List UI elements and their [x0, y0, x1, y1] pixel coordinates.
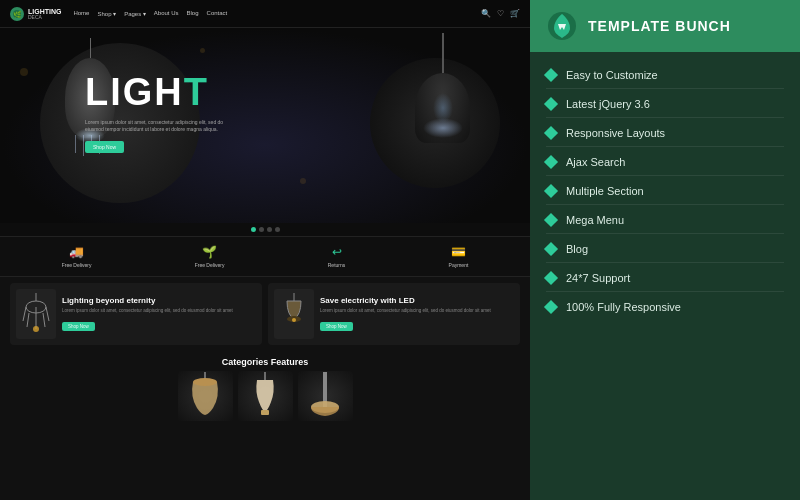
feature-text-7: 24*7 Support [566, 272, 630, 284]
hero-section: LIGHT Lorem ipsum dolor sit amet, consec… [0, 28, 530, 223]
diamond-icon-2 [544, 126, 558, 140]
svg-line-4 [23, 307, 26, 321]
cat-img-3 [298, 371, 353, 421]
bokeh-2 [200, 48, 205, 53]
feature-row-6: Blog [546, 236, 784, 263]
feature-free-delivery-2: 🌱 Free Delivery [195, 245, 225, 268]
product-desc-1: Lorem ipsum dolor sit amet, consectetur … [62, 308, 256, 314]
product-img-1 [16, 289, 56, 339]
features-bar: 🚚 Free Delivery 🌱 Free Delivery ↩ Return… [0, 236, 530, 277]
feature-row-2: Responsive Layouts [546, 120, 784, 147]
plant-icon: 🌱 [202, 245, 217, 259]
nav-contact[interactable]: Contact [207, 10, 228, 17]
dot-1[interactable] [251, 227, 256, 232]
logo-icon: 🌿 [10, 7, 24, 21]
product-info-2: Save electricity with LED Lorem ipsum do… [320, 296, 514, 332]
feature-row-5: Mega Menu [546, 207, 784, 234]
bokeh-3 [300, 178, 306, 184]
brand-header: TEMPLATE BUNCH [530, 0, 800, 52]
hero-lamp-right [415, 33, 470, 143]
diamond-icon-8 [544, 300, 558, 314]
svg-text:🌿: 🌿 [13, 10, 22, 19]
svg-line-5 [46, 307, 49, 321]
feature-text-3: Ajax Search [566, 156, 625, 168]
feature-label-4: Payment [449, 262, 469, 268]
logo: 🌿 LIGHTING DECA [10, 7, 61, 21]
product-card-2: Save electricity with LED Lorem ipsum do… [268, 283, 520, 345]
hero-cta-button[interactable]: Shop Now [85, 141, 124, 153]
feature-label-2: Free Delivery [195, 262, 225, 268]
product-btn-1[interactable]: Shop Now [62, 322, 95, 331]
hero-dots [0, 223, 530, 236]
feature-row-3: Ajax Search [546, 149, 784, 176]
category-item-1[interactable] [178, 371, 233, 421]
wishlist-icon[interactable]: ♡ [497, 9, 504, 18]
categories-section: Categories Features [0, 351, 530, 425]
truck-icon: 🚚 [69, 245, 84, 259]
right-panel: TEMPLATE BUNCH Easy to Customize Latest … [530, 0, 800, 500]
product-img-2 [274, 289, 314, 339]
dot-4[interactable] [275, 227, 280, 232]
categories-grid [10, 371, 520, 421]
payment-icon: 💳 [451, 245, 466, 259]
nav-links: Home Shop ▾ Pages ▾ About Us Blog Contac… [73, 10, 481, 17]
product-desc-2: Lorem ipsum dolor sit amet, consectetur … [320, 308, 514, 314]
feature-row-7: 24*7 Support [546, 265, 784, 292]
diamond-icon-7 [544, 271, 558, 285]
feature-text-1: Latest jQuery 3.6 [566, 98, 650, 110]
svg-point-12 [292, 318, 296, 322]
nav-about[interactable]: About Us [154, 10, 179, 17]
diamond-icon-3 [544, 155, 558, 169]
hero-title-part1: LIGH [85, 71, 184, 113]
brand-name: TEMPLATE BUNCH [588, 18, 731, 34]
hero-text: LIGHT Lorem ipsum dolor sit amet, consec… [85, 73, 225, 153]
categories-title: Categories Features [10, 357, 520, 367]
features-list: Easy to Customize Latest jQuery 3.6 Resp… [530, 52, 800, 500]
feature-free-delivery-1: 🚚 Free Delivery [62, 245, 92, 268]
feature-row-1: Latest jQuery 3.6 [546, 91, 784, 118]
category-item-2[interactable] [238, 371, 293, 421]
nav-shop[interactable]: Shop ▾ [97, 10, 116, 17]
diamond-icon-1 [544, 97, 558, 111]
diamond-icon-4 [544, 184, 558, 198]
feature-row-4: Multiple Section [546, 178, 784, 205]
nav-home[interactable]: Home [73, 10, 89, 17]
product-title-2: Save electricity with LED [320, 296, 514, 306]
nav-blog[interactable]: Blog [187, 10, 199, 17]
svg-point-9 [33, 326, 39, 332]
dot-2[interactable] [259, 227, 264, 232]
nav-icons: 🔍 ♡ 🛒 [481, 9, 520, 18]
product-btn-2[interactable]: Shop Now [320, 322, 353, 331]
lamp-inner-glow [433, 93, 453, 123]
svg-point-14 [193, 378, 217, 386]
diamond-icon-0 [544, 68, 558, 82]
feature-row-8: 100% Fully Responsive [546, 294, 784, 320]
hero-title-part2: T [184, 71, 209, 113]
category-item-3[interactable] [298, 371, 353, 421]
chandelier-wire [90, 38, 91, 58]
nav-pages[interactable]: Pages ▾ [124, 10, 146, 17]
feature-text-5: Mega Menu [566, 214, 624, 226]
cart-icon[interactable]: 🛒 [510, 9, 520, 18]
feature-label-3: Returns [328, 262, 346, 268]
search-icon[interactable]: 🔍 [481, 9, 491, 18]
svg-rect-16 [261, 410, 269, 415]
product-info-1: Lighting beyond eternity Lorem ipsum dol… [62, 296, 256, 332]
svg-line-7 [43, 313, 45, 327]
product-cards-row: Lighting beyond eternity Lorem ipsum dol… [0, 277, 530, 351]
dot-3[interactable] [267, 227, 272, 232]
navbar: 🌿 LIGHTING DECA Home Shop ▾ Pages ▾ Abou… [0, 0, 530, 28]
crystal-1 [75, 135, 76, 153]
return-icon: ↩ [332, 245, 342, 259]
hero-subtitle: Lorem ipsum dolor sit amet, consectetur … [85, 119, 225, 133]
brand-logo-icon [546, 10, 578, 42]
feature-text-0: Easy to Customize [566, 69, 658, 81]
svg-line-6 [27, 313, 29, 327]
crystal-2 [83, 135, 84, 156]
logo-text-sub: DECA [28, 15, 61, 20]
feature-payment: 💳 Payment [449, 245, 469, 268]
feature-row-0: Easy to Customize [546, 62, 784, 89]
feature-text-4: Multiple Section [566, 185, 644, 197]
feature-text-8: 100% Fully Responsive [566, 301, 681, 313]
bokeh-1 [20, 68, 28, 76]
